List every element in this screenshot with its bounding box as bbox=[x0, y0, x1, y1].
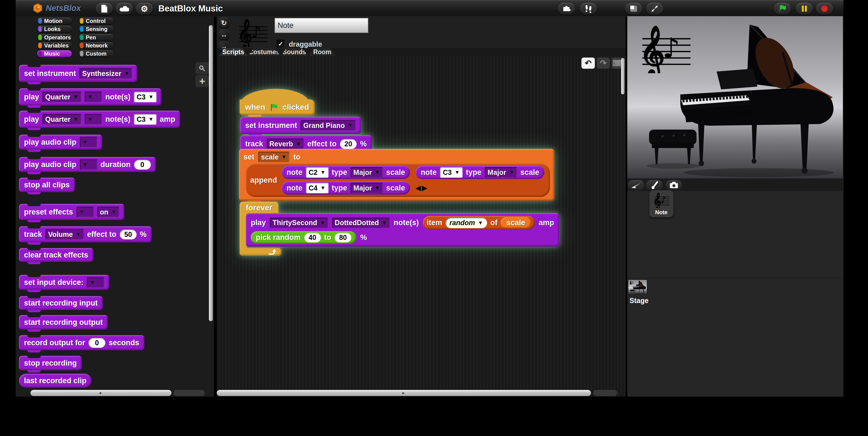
note-dropdown[interactable]: C2▼ bbox=[306, 167, 329, 178]
index-dropdown[interactable]: random▼ bbox=[445, 218, 487, 228]
duration-dropdown[interactable]: ThirtySecond▼ bbox=[270, 218, 328, 228]
rotation-style-flip-button[interactable]: ↔ bbox=[218, 29, 229, 40]
tab-room[interactable]: Room bbox=[308, 48, 336, 56]
draggable-checkbox[interactable]: ✓ bbox=[277, 40, 285, 48]
sprite-name-input[interactable] bbox=[275, 18, 368, 33]
extensions-button[interactable] bbox=[558, 3, 575, 14]
dotted-dropdown[interactable]: ▼ bbox=[85, 92, 102, 102]
category-operators[interactable]: Operators bbox=[37, 34, 72, 41]
category-pen[interactable]: Pen bbox=[79, 34, 114, 41]
stage[interactable] bbox=[627, 16, 843, 178]
note-dropdown[interactable]: C3▼ bbox=[440, 167, 463, 178]
min-input[interactable]: 40 bbox=[304, 233, 321, 243]
onoff-dropdown[interactable]: on▼ bbox=[97, 207, 119, 217]
note-dropdown[interactable]: C3▼ bbox=[134, 92, 156, 102]
category-variables[interactable]: Variables bbox=[37, 42, 72, 49]
paint-sprite-button[interactable] bbox=[646, 180, 662, 190]
instrument-dropdown[interactable]: Synthesizer▼ bbox=[79, 68, 132, 79]
clip-dropdown[interactable]: ▼ bbox=[80, 159, 97, 170]
type-dropdown[interactable]: Major▼ bbox=[485, 167, 517, 178]
track-effect-dropdown[interactable]: Reverb▼ bbox=[267, 138, 304, 149]
scripts-vertical-scrollbar[interactable] bbox=[621, 58, 624, 94]
palette-block-preset-effects[interactable]: preset effects ▼ on▼ bbox=[19, 204, 124, 220]
pick-random-reporter[interactable]: pick random 40 to 80 bbox=[251, 231, 356, 244]
redo-button[interactable]: ↷ bbox=[596, 58, 610, 69]
palette-block-start-recording-input[interactable]: start recording input bbox=[19, 296, 103, 310]
tab-costumes[interactable]: Costumes bbox=[248, 48, 280, 56]
seconds-input[interactable]: 0 bbox=[89, 338, 105, 348]
category-music[interactable]: Music bbox=[37, 50, 72, 57]
green-flag-button[interactable] bbox=[774, 3, 790, 14]
rotation-style-free-button[interactable]: ↻ bbox=[218, 17, 229, 29]
set-variable-block[interactable]: set scale▼ to append note C2▼ type Major… bbox=[239, 149, 554, 201]
stage-thumbnail[interactable] bbox=[628, 280, 647, 294]
device-dropdown[interactable]: ▼ bbox=[87, 277, 104, 288]
palette-horizontal-scrollbar-track[interactable] bbox=[174, 390, 205, 396]
note-scale-reporter[interactable]: note C4▼ type Major▼ scale bbox=[281, 181, 410, 195]
stage-layout-button[interactable] bbox=[625, 3, 642, 14]
variadic-arrows[interactable]: ◀▶ bbox=[415, 184, 428, 192]
track-effect-dropdown[interactable]: Volume▼ bbox=[45, 229, 84, 240]
settings-menu-button[interactable]: ⚙ bbox=[136, 3, 153, 14]
max-input[interactable]: 80 bbox=[335, 233, 351, 243]
palette-block-set-input-device[interactable]: set input device: ▼ bbox=[19, 275, 109, 290]
scale-variable-reporter[interactable]: scale bbox=[501, 217, 531, 228]
pause-button[interactable] bbox=[796, 3, 813, 14]
play-notes-block[interactable]: play ThirtySecond▼ DottedDotted▼ note(s)… bbox=[246, 213, 559, 247]
category-custom[interactable]: Custom bbox=[79, 50, 114, 57]
set-instrument-block[interactable]: set instrument Grand Piano▼ bbox=[240, 117, 361, 134]
palette-block-play-audio-clip[interactable]: play audio clip ▼ bbox=[19, 135, 102, 150]
duration-dropdown[interactable]: Quarter▼ bbox=[42, 92, 81, 102]
type-dropdown[interactable]: Major▼ bbox=[350, 167, 383, 178]
palette-block-stop-recording[interactable]: stop recording bbox=[19, 356, 82, 370]
make-block-button[interactable]: + bbox=[195, 75, 209, 87]
category-control[interactable]: Control bbox=[79, 18, 114, 24]
instrument-dropdown[interactable]: Grand Piano▼ bbox=[301, 120, 355, 131]
undo-button[interactable]: ↶ bbox=[582, 58, 595, 69]
dotted-dropdown[interactable]: ▼ bbox=[85, 114, 102, 125]
variable-dropdown[interactable]: scale▼ bbox=[258, 152, 289, 162]
when-green-flag-clicked-block[interactable]: when clicked bbox=[240, 99, 315, 115]
type-dropdown[interactable]: Major▼ bbox=[350, 183, 383, 193]
note-dropdown[interactable]: C3▼ bbox=[134, 114, 156, 125]
category-motion[interactable]: Motion bbox=[37, 18, 72, 24]
palette-block-play-audio-clip-duration[interactable]: play audio clip ▼ duration 0 bbox=[19, 157, 156, 172]
clip-dropdown[interactable]: ▼ bbox=[80, 137, 97, 148]
visible-stepping-button[interactable] bbox=[580, 3, 597, 14]
camera-sprite-button[interactable] bbox=[666, 180, 682, 190]
palette-block-play-note[interactable]: play Quarter▼ ▼ note(s) C3▼ bbox=[19, 88, 161, 105]
add-sprite-button[interactable] bbox=[628, 180, 644, 190]
note-dropdown[interactable]: C4▼ bbox=[306, 183, 329, 193]
sprite-corral-item-note[interactable]: Note bbox=[649, 190, 673, 217]
forever-block[interactable]: forever bbox=[240, 202, 278, 214]
category-looks[interactable]: Looks bbox=[37, 26, 72, 32]
palette-block-track-effect[interactable]: track Volume▼ effect to 50 % bbox=[19, 226, 152, 243]
stop-button[interactable] bbox=[816, 3, 833, 14]
palette-block-record-output-for[interactable]: record output for 0 seconds bbox=[19, 335, 145, 350]
palette-block-play-note-amp[interactable]: play Quarter▼ ▼ note(s) C3▼ amp bbox=[19, 111, 180, 128]
netsblox-logo[interactable]: NetsBlox bbox=[32, 3, 81, 13]
effect-dropdown[interactable]: ▼ bbox=[76, 207, 94, 217]
duration-input[interactable]: 0 bbox=[134, 160, 151, 169]
fullscreen-button[interactable] bbox=[646, 3, 663, 14]
tab-sounds[interactable]: Sounds bbox=[281, 48, 308, 56]
note-scale-reporter[interactable]: note C3▼ type Major▼ scale bbox=[415, 166, 544, 179]
scripts-horizontal-scrollbar-track[interactable] bbox=[593, 390, 617, 396]
palette-block-start-recording-output[interactable]: start recording output bbox=[19, 315, 108, 330]
append-reporter-block[interactable]: append note C2▼ type Major▼ scale note bbox=[246, 163, 550, 197]
duration-dropdown[interactable]: Quarter▼ bbox=[42, 114, 81, 125]
category-sensing[interactable]: Sensing bbox=[79, 26, 114, 32]
percent-input[interactable]: 50 bbox=[120, 229, 136, 239]
search-blocks-button[interactable] bbox=[195, 63, 209, 74]
file-menu-button[interactable] bbox=[96, 3, 113, 14]
category-network[interactable]: Network bbox=[79, 42, 114, 49]
palette-block-last-recorded-clip[interactable]: last recorded clip bbox=[19, 374, 92, 388]
percent-input[interactable]: 20 bbox=[340, 139, 356, 149]
scripts-canvas[interactable]: ↶ ↷ ⌨ when clicked set instrument bbox=[217, 56, 626, 397]
item-of-reporter[interactable]: item random▼ of scale bbox=[423, 216, 535, 229]
note-scale-reporter[interactable]: note C2▼ type Major▼ scale bbox=[281, 166, 410, 179]
cloud-menu-button[interactable] bbox=[116, 3, 133, 14]
dotted-dropdown[interactable]: DottedDotted▼ bbox=[332, 218, 390, 228]
palette-block-stop-all-clips[interactable]: stop all clips bbox=[19, 178, 75, 192]
palette-vertical-scrollbar[interactable] bbox=[209, 25, 213, 321]
